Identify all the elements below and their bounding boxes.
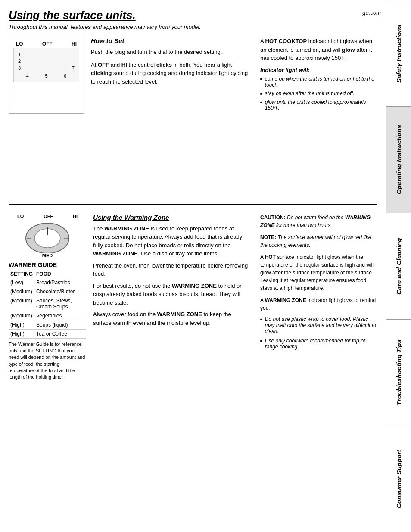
warmer-col-food: FOOD — [34, 270, 86, 278]
spacer-middle — [9, 122, 377, 191]
dial-num-1: 1 — [18, 52, 21, 57]
how-to-set-title: How to Set — [91, 37, 249, 44]
warming-bullet-1: Do not use plastic wrap to cover food. P… — [260, 316, 377, 334]
warming-bullet-list: Do not use plastic wrap to cover food. P… — [260, 316, 377, 350]
warmer-food-2: Sauces, Stews, Cream Soups — [34, 296, 86, 311]
warming-zone-title: Using the Warming Zone — [93, 214, 249, 221]
warmer-note: The Warmer Guide is for reference only a… — [9, 341, 86, 381]
caution-text: CAUTION: Do not warm food on the WARMING… — [260, 214, 377, 229]
dial-off-label: OFF — [42, 41, 53, 47]
warmer-table-row: (Medium)Chocolate/Butter — [9, 287, 86, 296]
warmer-table-row: (Medium)Sauces, Stews, Cream Soups — [9, 296, 86, 311]
warmer-setting-5: (High) — [9, 329, 34, 338]
section-divider — [9, 204, 377, 205]
dial-num-6: 6 — [64, 73, 66, 78]
how-to-set-section: How to Set Push the plug and turn the di… — [91, 37, 249, 114]
warmer-table: SETTING FOOD (Low)Bread/Pastries(Medium)… — [9, 270, 86, 339]
dial-num-5: 5 — [45, 73, 47, 78]
tab-care[interactable]: Care and Cleaning — [386, 213, 411, 319]
page-title: Using the surface units. — [9, 9, 377, 22]
indicator-item-3: glow until the unit is cooled to approxi… — [260, 99, 377, 111]
how-to-set-para2: At OFF and HI the control clicks in both… — [91, 61, 249, 86]
dial-diagram: LO OFF HI 1 2 3 7 4 5 — [9, 37, 84, 114]
warmer-food-1: Chocolate/Butter — [34, 287, 86, 296]
warmer-dial-svg — [22, 219, 73, 253]
warming-zone-para2: Preheat the oven, then lower the tempera… — [93, 261, 249, 278]
indicator-title: Indicator light will: — [260, 67, 377, 73]
dial-lo-label: LO — [16, 41, 23, 47]
warmer-food-0: Bread/Pastries — [34, 278, 86, 287]
right-col-top: A HOT COOKTOP indicator light glows when… — [256, 37, 377, 114]
warmer-table-row: (Medium)Vegetables — [9, 311, 86, 320]
tab-operating[interactable]: Operating Instructions — [386, 106, 411, 213]
note-text: NOTE: The surface warmer will not glow r… — [260, 233, 377, 249]
warming-zone-section: Using the Warming Zone The WARMING ZONE … — [93, 214, 249, 381]
warmer-table-row: (High)Tea or Coffee — [9, 329, 86, 338]
warmer-med-label: MED — [13, 253, 82, 258]
warming-right-col: CAUTION: Do not warm food on the WARMING… — [256, 214, 377, 381]
hot-surface-text: A HOT surface indicator light glows when… — [260, 253, 377, 292]
warming-zone-para3: For best results, do not use the WARMING… — [93, 282, 249, 307]
how-to-set-para1: Push the plug and turn the dial to the d… — [91, 48, 249, 56]
warmer-setting-3: (Medium) — [9, 311, 34, 320]
warmer-setting-1: (Medium) — [9, 287, 34, 296]
warmer-food-4: Soups (liquid) — [34, 320, 86, 329]
indicator-item-2: stay on even after the unit is turned of… — [260, 90, 377, 96]
svg-rect-2 — [47, 227, 48, 235]
warmer-table-row: (High)Soups (liquid) — [9, 320, 86, 329]
warmer-food-5: Tea or Coffee — [34, 329, 86, 338]
indicator-item-1: come on when the unit is turned on or ho… — [260, 76, 377, 88]
warmer-table-row: (Low)Bread/Pastries — [9, 278, 86, 287]
dial-num-7: 7 — [72, 65, 75, 71]
dial-num-3: 3 — [18, 65, 21, 71]
warmer-setting-4: (High) — [9, 320, 34, 329]
warmer-setting-2: (Medium) — [9, 296, 34, 311]
warming-zone-indicator-text: A WARMING ZONE indicator light glows to … — [260, 296, 377, 312]
warmer-setting-0: (Low) — [9, 278, 34, 287]
sidebar-tabs: Safety Instructions Operating Instructio… — [386, 0, 411, 532]
dial-num-4: 4 — [26, 73, 29, 78]
hot-cooktop-text: A HOT COOKTOP indicator light glows when… — [260, 37, 377, 62]
warmer-food-3: Vegetables — [34, 311, 86, 320]
subtitle: Throughout this manual, features and app… — [9, 24, 377, 30]
dial-num-2: 2 — [18, 59, 21, 64]
tab-safety[interactable]: Safety Instructions — [386, 0, 411, 106]
warming-zone-para4: Always cover food on the WARMING ZONE to… — [93, 310, 249, 327]
warmer-dial-hi: HI — [73, 214, 78, 219]
warmer-dial-off: OFF — [44, 214, 53, 219]
warming-zone-para1: The WARMING ZONE is used to keep prepare… — [93, 224, 249, 258]
ge-logo: ge.com — [362, 9, 381, 16]
warming-bullet-2: Use only cookware recommended for top-of… — [260, 338, 377, 350]
tab-consumer[interactable]: Consumer Support — [386, 426, 411, 532]
warmer-guide-title: WARMER GUIDE — [9, 261, 86, 268]
warmer-area: LO OFF HI MED WARMER GUIDE — [9, 214, 86, 381]
dial-hi-label: HI — [72, 41, 77, 47]
warmer-col-setting: SETTING — [9, 270, 34, 278]
warmer-dial-lo: LO — [17, 214, 24, 219]
indicator-list: come on when the unit is turned on or ho… — [260, 76, 377, 111]
tab-troubleshooting[interactable]: Troubleshooting Tips — [386, 319, 411, 426]
